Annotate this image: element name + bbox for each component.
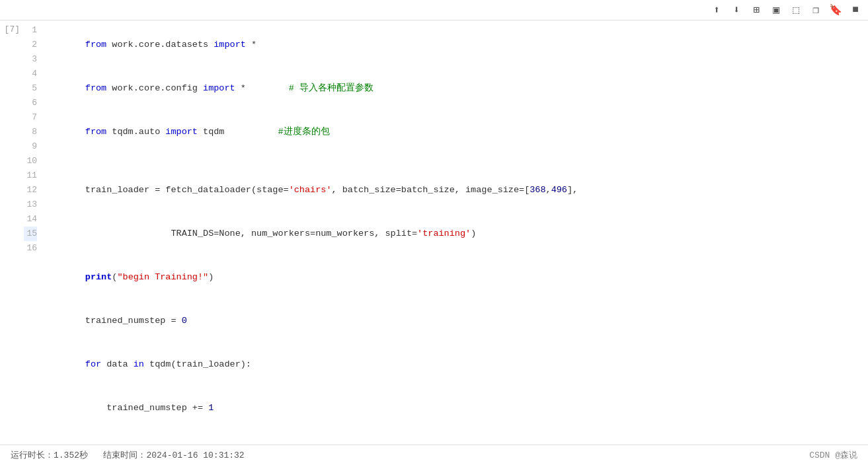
toolbar-icon-8[interactable]: ■: [848, 3, 863, 17]
code-content[interactable]: from work.core.datasets import * from wo…: [42, 23, 868, 465]
footer-branding: CSDN @森说: [809, 449, 857, 461]
line-numbers: 1 2 3 4 5 6 7 8 9 10 11 12 13 14 15 16: [24, 23, 42, 465]
toolbar: ⬆ ⬇ ⊞ ▣ ⬚ ❐ 🔖 ■: [0, 0, 868, 20]
code-line-9: for data in tqdm(train_loader):: [42, 343, 868, 386]
code-line-10: trained_numstep += 1: [42, 386, 868, 430]
code-line-4: [42, 154, 868, 168]
code-area: [7] 1 2 3 4 5 6 7 8 9 10 11 12 13 14 15 …: [0, 20, 868, 465]
code-line-7: print("begin Training!"): [42, 256, 868, 299]
toolbar-icon-2[interactable]: ⬇: [729, 3, 744, 17]
footer: 运行时长：1.352秒 结束时间：2024-01-16 10:31:32 CSD…: [0, 445, 868, 465]
code-line-8: trained_numstep = 0: [42, 299, 868, 343]
toolbar-icon-3[interactable]: ⊞: [749, 3, 764, 17]
code-line-1: from work.core.datasets import *: [42, 23, 868, 67]
toolbar-icon-6[interactable]: ❐: [809, 3, 823, 17]
code-line-6: TRAIN_DS=None, num_workers=num_workers, …: [42, 212, 868, 256]
code-line-5: train_loader = fetch_dataloader(stage='c…: [42, 168, 868, 212]
code-line-3: from tqdm.auto import tqdm #进度条的包: [42, 110, 868, 154]
code-line-2: from work.core.config import * # 导入各种配置参…: [42, 67, 868, 110]
toolbar-icon-4[interactable]: ▣: [769, 3, 783, 17]
toolbar-icon-7[interactable]: 🔖: [828, 3, 843, 17]
cell-indicator: [7]: [0, 23, 24, 465]
code-cell: [7] 1 2 3 4 5 6 7 8 9 10 11 12 13 14 15 …: [0, 20, 868, 465]
toolbar-icon-5[interactable]: ⬚: [789, 3, 803, 17]
toolbar-icon-1[interactable]: ⬆: [709, 3, 724, 17]
footer-runtime: 运行时长：1.352秒 结束时间：2024-01-16 10:31:32: [11, 449, 245, 461]
